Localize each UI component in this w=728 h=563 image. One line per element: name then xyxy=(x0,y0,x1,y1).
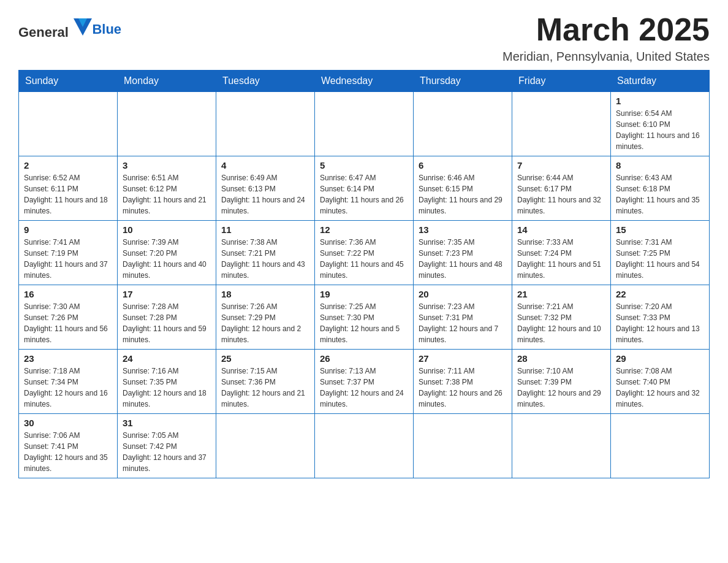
day-info: Sunrise: 6:52 AMSunset: 6:11 PMDaylight:… xyxy=(24,172,112,216)
calendar-week-row: 9Sunrise: 7:41 AMSunset: 7:19 PMDaylight… xyxy=(19,221,710,285)
calendar-cell: 8Sunrise: 6:43 AMSunset: 6:18 PMDaylight… xyxy=(611,156,710,221)
day-info: Sunrise: 7:25 AMSunset: 7:30 PMDaylight:… xyxy=(320,301,408,345)
day-info: Sunrise: 7:33 AMSunset: 7:24 PMDaylight:… xyxy=(517,237,605,281)
day-number: 16 xyxy=(24,289,112,299)
day-number: 20 xyxy=(419,289,507,299)
day-info: Sunrise: 7:30 AMSunset: 7:26 PMDaylight:… xyxy=(24,301,112,345)
calendar-cell: 9Sunrise: 7:41 AMSunset: 7:19 PMDaylight… xyxy=(19,221,118,285)
day-info: Sunrise: 7:11 AMSunset: 7:38 PMDaylight:… xyxy=(419,366,507,410)
day-number: 31 xyxy=(123,418,211,428)
calendar-cell: 22Sunrise: 7:20 AMSunset: 7:33 PMDayligh… xyxy=(611,285,710,350)
weekday-header-monday: Monday xyxy=(118,71,216,92)
day-info: Sunrise: 7:26 AMSunset: 7:29 PMDaylight:… xyxy=(221,301,309,345)
day-info: Sunrise: 6:44 AMSunset: 6:17 PMDaylight:… xyxy=(517,172,605,216)
day-number: 23 xyxy=(24,353,112,364)
day-number: 12 xyxy=(320,224,408,235)
day-info: Sunrise: 6:51 AMSunset: 6:12 PMDaylight:… xyxy=(123,172,211,216)
day-number: 3 xyxy=(123,160,211,170)
day-number: 1 xyxy=(616,96,704,106)
day-number: 22 xyxy=(616,289,704,299)
calendar-cell: 13Sunrise: 7:35 AMSunset: 7:23 PMDayligh… xyxy=(414,221,512,285)
calendar-cell: 29Sunrise: 7:08 AMSunset: 7:40 PMDayligh… xyxy=(611,350,710,414)
calendar-cell: 12Sunrise: 7:36 AMSunset: 7:22 PMDayligh… xyxy=(315,221,414,285)
calendar-cell xyxy=(315,92,414,156)
calendar-cell: 14Sunrise: 7:33 AMSunset: 7:24 PMDayligh… xyxy=(512,221,611,285)
calendar-cell xyxy=(19,92,118,156)
day-info: Sunrise: 7:35 AMSunset: 7:23 PMDaylight:… xyxy=(419,237,507,281)
day-info: Sunrise: 6:43 AMSunset: 6:18 PMDaylight:… xyxy=(616,172,704,216)
day-number: 28 xyxy=(517,353,605,364)
calendar-cell: 30Sunrise: 7:06 AMSunset: 7:41 PMDayligh… xyxy=(19,414,118,478)
day-info: Sunrise: 7:41 AMSunset: 7:19 PMDaylight:… xyxy=(24,237,112,281)
weekday-header-wednesday: Wednesday xyxy=(315,71,414,92)
calendar-cell: 20Sunrise: 7:23 AMSunset: 7:31 PMDayligh… xyxy=(414,285,512,350)
day-info: Sunrise: 7:10 AMSunset: 7:39 PMDaylight:… xyxy=(517,366,605,410)
calendar-cell: 15Sunrise: 7:31 AMSunset: 7:25 PMDayligh… xyxy=(611,221,710,285)
day-info: Sunrise: 7:36 AMSunset: 7:22 PMDaylight:… xyxy=(320,237,408,281)
day-info: Sunrise: 7:28 AMSunset: 7:28 PMDaylight:… xyxy=(123,301,211,345)
day-info: Sunrise: 7:39 AMSunset: 7:20 PMDaylight:… xyxy=(123,237,211,281)
page-header: General Blue March 2025 Meridian, Pennsy… xyxy=(18,12,710,64)
day-number: 15 xyxy=(616,224,704,235)
day-info: Sunrise: 6:49 AMSunset: 6:13 PMDaylight:… xyxy=(221,172,309,216)
weekday-header-thursday: Thursday xyxy=(414,71,512,92)
calendar-week-row: 16Sunrise: 7:30 AMSunset: 7:26 PMDayligh… xyxy=(19,285,710,350)
calendar-cell: 1Sunrise: 6:54 AMSunset: 6:10 PMDaylight… xyxy=(611,92,710,156)
weekday-header-row: SundayMondayTuesdayWednesdayThursdayFrid… xyxy=(19,71,710,92)
day-info: Sunrise: 7:23 AMSunset: 7:31 PMDaylight:… xyxy=(419,301,507,345)
day-number: 25 xyxy=(221,353,309,364)
day-info: Sunrise: 7:05 AMSunset: 7:42 PMDaylight:… xyxy=(123,430,211,474)
calendar-cell xyxy=(512,92,611,156)
day-number: 19 xyxy=(320,289,408,299)
calendar-cell: 10Sunrise: 7:39 AMSunset: 7:20 PMDayligh… xyxy=(118,221,216,285)
day-number: 30 xyxy=(24,418,112,428)
logo-text-general: General xyxy=(18,25,69,40)
day-number: 13 xyxy=(419,224,507,235)
calendar-cell xyxy=(216,414,315,478)
day-info: Sunrise: 6:54 AMSunset: 6:10 PMDaylight:… xyxy=(616,108,704,152)
calendar-cell: 21Sunrise: 7:21 AMSunset: 7:32 PMDayligh… xyxy=(512,285,611,350)
calendar-cell: 7Sunrise: 6:44 AMSunset: 6:17 PMDaylight… xyxy=(512,156,611,221)
calendar-cell: 25Sunrise: 7:15 AMSunset: 7:36 PMDayligh… xyxy=(216,350,315,414)
day-info: Sunrise: 7:38 AMSunset: 7:21 PMDaylight:… xyxy=(221,237,309,281)
calendar-cell xyxy=(512,414,611,478)
day-number: 4 xyxy=(221,160,309,170)
calendar-cell: 27Sunrise: 7:11 AMSunset: 7:38 PMDayligh… xyxy=(414,350,512,414)
day-info: Sunrise: 6:47 AMSunset: 6:14 PMDaylight:… xyxy=(320,172,408,216)
day-number: 9 xyxy=(24,224,112,235)
day-info: Sunrise: 7:31 AMSunset: 7:25 PMDaylight:… xyxy=(616,237,704,281)
calendar-cell: 11Sunrise: 7:38 AMSunset: 7:21 PMDayligh… xyxy=(216,221,315,285)
calendar-week-row: 23Sunrise: 7:18 AMSunset: 7:34 PMDayligh… xyxy=(19,350,710,414)
day-info: Sunrise: 7:21 AMSunset: 7:32 PMDaylight:… xyxy=(517,301,605,345)
title-block: March 2025 Meridian, Pennsylvania, Unite… xyxy=(502,12,710,64)
calendar-cell: 28Sunrise: 7:10 AMSunset: 7:39 PMDayligh… xyxy=(512,350,611,414)
day-info: Sunrise: 6:46 AMSunset: 6:15 PMDaylight:… xyxy=(419,172,507,216)
location-title: Meridian, Pennsylvania, United States xyxy=(502,50,710,64)
day-info: Sunrise: 7:13 AMSunset: 7:37 PMDaylight:… xyxy=(320,366,408,410)
calendar-cell xyxy=(118,92,216,156)
day-info: Sunrise: 7:16 AMSunset: 7:35 PMDaylight:… xyxy=(123,366,211,410)
calendar-cell: 31Sunrise: 7:05 AMSunset: 7:42 PMDayligh… xyxy=(118,414,216,478)
calendar-cell: 6Sunrise: 6:46 AMSunset: 6:15 PMDaylight… xyxy=(414,156,512,221)
calendar-cell: 24Sunrise: 7:16 AMSunset: 7:35 PMDayligh… xyxy=(118,350,216,414)
calendar-cell xyxy=(216,92,315,156)
day-number: 6 xyxy=(419,160,507,170)
logo-text-blue: Blue xyxy=(92,21,121,37)
day-number: 7 xyxy=(517,160,605,170)
calendar-week-row: 1Sunrise: 6:54 AMSunset: 6:10 PMDaylight… xyxy=(19,92,710,156)
day-number: 10 xyxy=(123,224,211,235)
day-number: 18 xyxy=(221,289,309,299)
calendar-cell xyxy=(414,414,512,478)
calendar-cell: 23Sunrise: 7:18 AMSunset: 7:34 PMDayligh… xyxy=(19,350,118,414)
day-number: 21 xyxy=(517,289,605,299)
logo: General Blue xyxy=(18,18,121,40)
day-number: 14 xyxy=(517,224,605,235)
calendar-cell xyxy=(414,92,512,156)
day-number: 24 xyxy=(123,353,211,364)
day-number: 2 xyxy=(24,160,112,170)
calendar-week-row: 2Sunrise: 6:52 AMSunset: 6:11 PMDaylight… xyxy=(19,156,710,221)
calendar-cell: 19Sunrise: 7:25 AMSunset: 7:30 PMDayligh… xyxy=(315,285,414,350)
calendar-week-row: 30Sunrise: 7:06 AMSunset: 7:41 PMDayligh… xyxy=(19,414,710,478)
calendar-cell: 26Sunrise: 7:13 AMSunset: 7:37 PMDayligh… xyxy=(315,350,414,414)
weekday-header-friday: Friday xyxy=(512,71,611,92)
